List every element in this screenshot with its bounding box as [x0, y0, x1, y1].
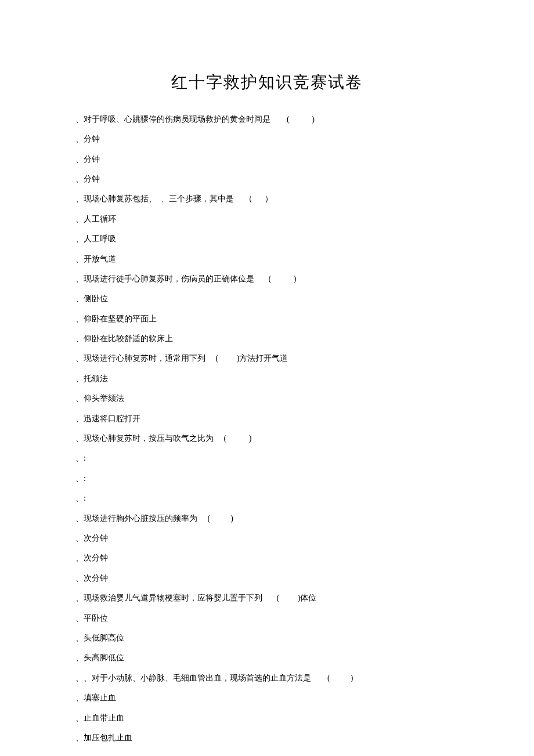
- text-line: 、、对于小动脉、小静脉、毛细血管出血，现场首选的止血方法是 ( ): [75, 672, 459, 685]
- text-line: 、现场进行徒手心肺复苏时，伤病员的正确体位是 ( ): [75, 273, 459, 285]
- text-line: 、迅速将口腔打开: [75, 413, 459, 425]
- text-line: 、:: [75, 452, 459, 465]
- text-line: 、侧卧位: [75, 292, 459, 305]
- text-line: 、仰卧在比较舒适的软床上: [75, 332, 459, 345]
- text-line: 、止血带止血: [75, 712, 459, 725]
- text-line: 、次分钟: [75, 532, 459, 545]
- document-body: 、对于呼吸、心跳骤停的伤病员现场救护的黄金时间是 ( )、分钟、分钟、分钟、现场…: [75, 113, 459, 745]
- text-line: 、仰头举颏法: [75, 392, 459, 405]
- text-line: 、次分钟: [75, 572, 459, 585]
- text-line: 、现场救治婴儿气道异物梗塞时，应将婴儿置于下列 ( )体位: [75, 592, 459, 605]
- text-line: 、:: [75, 492, 459, 505]
- text-line: 、开放气道: [75, 253, 459, 266]
- text-line: 、填塞止血: [75, 692, 459, 704]
- text-line: 、仰卧在坚硬的平面上: [75, 313, 459, 325]
- text-line: 、次分钟: [75, 552, 459, 565]
- text-line: 、人工呼吸: [75, 233, 459, 245]
- text-line: 、分钟: [75, 133, 459, 146]
- text-line: 、托颌法: [75, 372, 459, 385]
- text-line: 、头高脚低位: [75, 652, 459, 664]
- text-line: 、现场心肺复苏包括、 、三个步骤，其中是 （ ）: [75, 193, 459, 205]
- text-line: 、现场进行心肺复苏时，通常用下列 ( )方法打开气道: [75, 352, 459, 365]
- text-line: 、现场心肺复苏时，按压与吹气之比为 ( ): [75, 432, 459, 445]
- text-line: 、加压包扎止血: [75, 732, 459, 744]
- text-line: 、:: [75, 472, 459, 485]
- text-line: 、现场进行胸外心脏按压的频率为 ( ): [75, 512, 459, 525]
- text-line: 、平卧位: [75, 612, 459, 625]
- text-line: 、对于呼吸、心跳骤停的伤病员现场救护的黄金时间是 ( ): [75, 113, 459, 126]
- text-line: 、分钟: [75, 173, 459, 186]
- text-line: 、人工循环: [75, 213, 459, 226]
- document-title: 红十字救护知识竞赛试卷: [75, 70, 459, 96]
- text-line: 、头低脚高位: [75, 632, 459, 645]
- text-line: 、分钟: [75, 153, 459, 166]
